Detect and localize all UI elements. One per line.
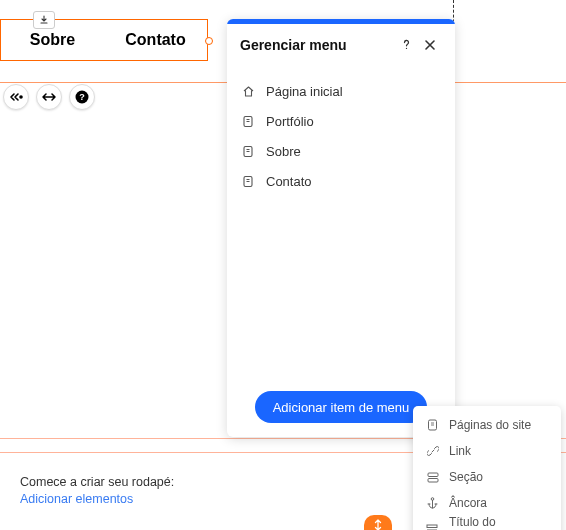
menu-item-portfolio[interactable]: Portfólio: [241, 106, 441, 136]
menu-item-home[interactable]: Página inicial: [241, 76, 441, 106]
svg-rect-7: [428, 473, 438, 477]
nav-item-contato[interactable]: Contato: [104, 31, 207, 49]
close-button[interactable]: [418, 33, 442, 57]
flyout-item-link[interactable]: Link: [413, 438, 561, 464]
tool-expand-left[interactable]: [3, 84, 29, 110]
add-item-flyout: Páginas do site Link Seção Âncora Título…: [413, 406, 561, 530]
flyout-item-label: Seção: [449, 470, 483, 484]
editor-canvas: Sobre Contato ? Gerenciar menu: [0, 0, 566, 530]
svg-rect-10: [427, 525, 437, 528]
menu-item-label: Portfólio: [266, 114, 314, 129]
tool-stretch[interactable]: [36, 84, 62, 110]
flyout-item-label: Link: [449, 444, 471, 458]
menu-items-list: Página inicial Portfólio Sobre Contato: [227, 66, 455, 377]
help-button[interactable]: [394, 33, 418, 57]
footer-prompt: Comece a criar seu rodapé: Adicionar ele…: [20, 475, 174, 506]
home-icon: [241, 84, 255, 98]
menu-item-label: Página inicial: [266, 84, 343, 99]
subtitle-icon: [426, 523, 439, 531]
flyout-item-section[interactable]: Seção: [413, 464, 561, 490]
manage-menu-panel: Gerenciar menu Página inicial Portfólio: [227, 19, 455, 437]
nav-item-sobre[interactable]: Sobre: [1, 31, 104, 49]
page-icon: [241, 144, 255, 158]
section-icon: [426, 471, 439, 484]
add-menu-item-button[interactable]: Adicionar item de menu: [255, 391, 428, 423]
flyout-item-pages[interactable]: Páginas do site: [413, 412, 561, 438]
svg-rect-8: [428, 478, 438, 482]
toolbar: ?: [3, 84, 95, 110]
section-drag-handle[interactable]: [364, 515, 392, 530]
menu-item-label: Sobre: [266, 144, 301, 159]
flyout-item-anchor[interactable]: Âncora: [413, 490, 561, 516]
page-icon: [241, 114, 255, 128]
footer-prompt-text: Comece a criar seu rodapé:: [20, 475, 174, 489]
menu-item-sobre[interactable]: Sobre: [241, 136, 441, 166]
flyout-item-label: Título do submenu: [449, 515, 548, 530]
menu-item-contato[interactable]: Contato: [241, 166, 441, 196]
menu-item-label: Contato: [266, 174, 312, 189]
panel-header: Gerenciar menu: [227, 24, 455, 66]
svg-point-0: [19, 95, 23, 99]
page-icon: [241, 174, 255, 188]
tool-help[interactable]: ?: [69, 84, 95, 110]
flyout-item-subtitle[interactable]: Título do submenu: [413, 516, 561, 530]
page-icon: [426, 419, 439, 432]
flyout-item-label: Páginas do site: [449, 418, 531, 432]
anchor-icon: [426, 497, 439, 510]
add-elements-link[interactable]: Adicionar elementos: [20, 492, 174, 506]
svg-text:?: ?: [79, 92, 85, 102]
link-icon: [426, 445, 439, 458]
resize-handle[interactable]: [205, 37, 213, 45]
panel-title: Gerenciar menu: [240, 37, 394, 53]
flyout-item-label: Âncora: [449, 496, 487, 510]
download-icon: [33, 11, 55, 29]
nav-menu-selection[interactable]: Sobre Contato: [0, 19, 208, 61]
